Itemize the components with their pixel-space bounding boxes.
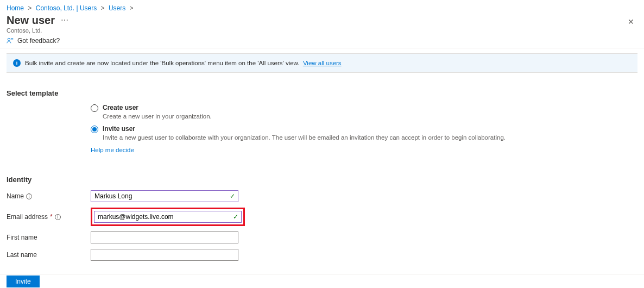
- first-name-input[interactable]: [91, 231, 238, 243]
- last-name-label: Last name: [7, 251, 91, 259]
- breadcrumb-users[interactable]: Users: [109, 4, 125, 12]
- check-icon: ✓: [230, 192, 235, 200]
- email-highlight: ✓: [91, 208, 245, 226]
- info-icon[interactable]: i: [26, 193, 32, 199]
- radio-invite-desc: Invite a new guest user to collaborate w…: [103, 134, 506, 141]
- radio-create-desc: Create a new user in your organization.: [103, 113, 506, 120]
- info-icon: i: [13, 59, 21, 67]
- view-all-users-link[interactable]: View all users: [303, 60, 342, 66]
- radio-icon-selected: [91, 126, 98, 133]
- info-icon[interactable]: i: [55, 214, 61, 220]
- radio-invite-user[interactable]: Invite user Invite a new guest user to c…: [91, 125, 506, 141]
- first-name-label: First name: [7, 234, 91, 241]
- content-scroll[interactable]: i Bulk invite and create are now located…: [0, 43, 644, 274]
- radio-create-user[interactable]: Create user Create a new user in your or…: [91, 104, 506, 120]
- breadcrumb: Home > Contoso, Ltd. | Users > Users >: [0, 0, 644, 14]
- section-select-template: Select template: [7, 89, 637, 97]
- breadcrumb-home[interactable]: Home: [7, 4, 24, 12]
- section-identity: Identity: [7, 176, 637, 184]
- name-label: Name i: [7, 192, 91, 200]
- chevron-right-icon: >: [130, 4, 134, 12]
- check-icon: ✓: [233, 213, 238, 221]
- more-icon[interactable]: ⋯: [61, 16, 68, 24]
- radio-icon: [91, 104, 98, 112]
- close-icon[interactable]: ✕: [624, 14, 637, 29]
- email-input[interactable]: [94, 211, 242, 223]
- banner-text: Bulk invite and create are now located u…: [25, 60, 299, 66]
- last-name-input[interactable]: [91, 249, 238, 261]
- radio-create-label: Create user: [103, 104, 138, 111]
- footer-bar: Invite: [0, 274, 644, 288]
- radio-invite-label: Invite user: [103, 125, 135, 133]
- info-banner: i Bulk invite and create are now located…: [7, 53, 637, 73]
- page-subtitle: Contoso, Ltd.: [7, 27, 68, 34]
- help-me-decide-link[interactable]: Help me decide: [91, 147, 134, 153]
- breadcrumb-org-users[interactable]: Contoso, Ltd. | Users: [36, 4, 97, 12]
- svg-point-0: [8, 38, 10, 40]
- name-input[interactable]: [91, 190, 238, 202]
- chevron-right-icon: >: [101, 4, 105, 12]
- email-label: Email address * i: [7, 213, 91, 221]
- chevron-right-icon: >: [28, 4, 31, 12]
- invite-button[interactable]: Invite: [7, 276, 40, 287]
- page-title: New user: [7, 14, 55, 27]
- required-icon: *: [50, 213, 53, 221]
